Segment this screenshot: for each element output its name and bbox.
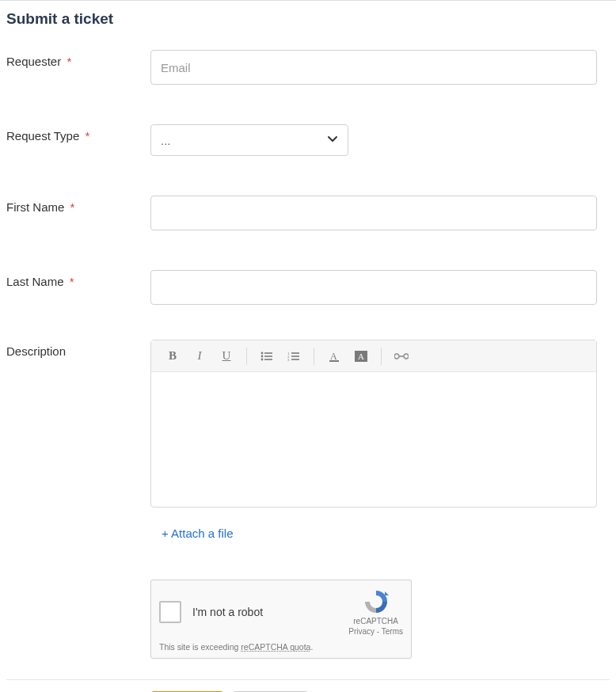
- toolbar-separator: [381, 348, 382, 365]
- svg-rect-9: [291, 356, 299, 357]
- underline-button[interactable]: U: [213, 344, 240, 368]
- last-name-input[interactable]: [150, 270, 597, 305]
- request-type-label: Request Type *: [6, 124, 150, 143]
- required-marker: *: [70, 275, 74, 288]
- required-marker: *: [70, 200, 75, 214]
- recaptcha-logo: reCAPTCHA Privacy - Terms: [348, 588, 403, 636]
- svg-rect-1: [264, 352, 272, 354]
- svg-point-4: [261, 358, 264, 360]
- first-name-input[interactable]: [150, 196, 597, 230]
- description-editor: B I U 123 A A: [150, 340, 597, 508]
- description-textarea[interactable]: [151, 372, 596, 507]
- svg-marker-17: [385, 591, 389, 595]
- svg-rect-7: [291, 352, 299, 354]
- last-name-label: Last Name *: [6, 270, 150, 288]
- recaptcha-widget: I'm not a robot reCAPTCHA Privacy - Term…: [150, 580, 412, 659]
- svg-rect-16: [399, 356, 405, 357]
- recaptcha-quota-link[interactable]: reCAPTCHA quota: [241, 642, 310, 652]
- toolbar-separator: [246, 348, 247, 365]
- svg-point-2: [261, 355, 264, 357]
- required-marker: *: [67, 55, 71, 68]
- svg-rect-11: [291, 359, 299, 360]
- editor-toolbar: B I U 123 A A: [151, 340, 596, 372]
- recaptcha-label: I'm not a robot: [192, 606, 337, 618]
- requester-input[interactable]: [150, 50, 597, 85]
- page-title: Submit a ticket: [6, 10, 610, 28]
- link-button[interactable]: [388, 344, 415, 368]
- svg-text:A: A: [330, 351, 337, 362]
- recaptcha-warning: This site is exceeding reCAPTCHA quota.: [159, 642, 403, 652]
- recaptcha-privacy-link[interactable]: Privacy: [348, 627, 375, 636]
- bg-color-button[interactable]: A: [348, 344, 375, 368]
- text-color-button[interactable]: A: [321, 344, 348, 368]
- bold-button[interactable]: B: [159, 344, 186, 368]
- recaptcha-checkbox[interactable]: [159, 601, 181, 623]
- recaptcha-icon: [363, 588, 390, 615]
- svg-point-0: [261, 352, 264, 354]
- svg-text:3: 3: [287, 358, 290, 362]
- attach-file-link[interactable]: + Attach a file: [162, 527, 233, 540]
- description-label: Description: [6, 340, 150, 358]
- svg-text:A: A: [358, 352, 364, 361]
- italic-button[interactable]: I: [186, 344, 213, 368]
- request-type-select[interactable]: ...: [150, 124, 348, 156]
- svg-rect-3: [264, 356, 272, 357]
- bulleted-list-button[interactable]: [253, 344, 280, 368]
- toolbar-separator: [314, 348, 314, 365]
- requester-label: Requester *: [6, 50, 150, 68]
- recaptcha-terms-link[interactable]: Terms: [382, 627, 403, 636]
- numbered-list-button[interactable]: 123: [280, 344, 307, 368]
- required-marker: *: [85, 129, 89, 143]
- first-name-label: First Name *: [6, 196, 150, 214]
- svg-rect-13: [329, 360, 339, 362]
- svg-rect-5: [264, 359, 272, 360]
